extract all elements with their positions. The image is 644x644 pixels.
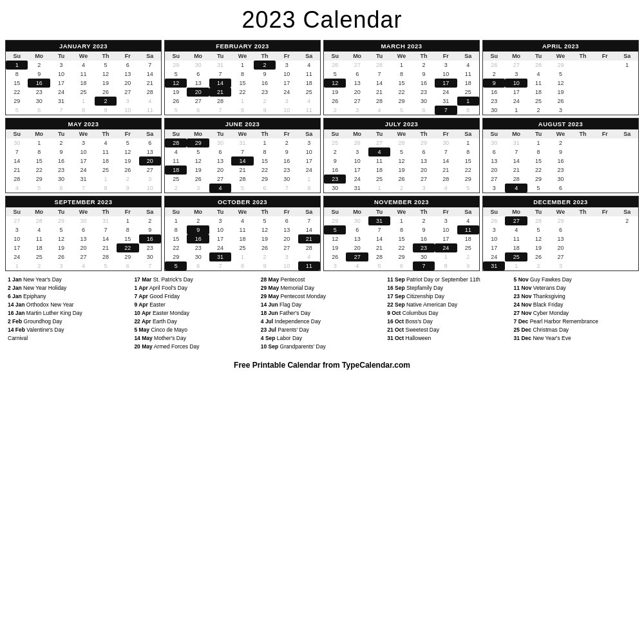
day-header: Su <box>165 129 187 138</box>
cal-day: 31 <box>95 216 117 225</box>
cal-day: 7 <box>276 184 298 193</box>
day-header: Mo <box>505 207 527 216</box>
day-header: Tu <box>527 52 549 61</box>
cal-day <box>594 252 616 261</box>
cal-day: 11 <box>95 147 117 156</box>
day-header: Sa <box>298 52 320 61</box>
cal-day: 28 <box>505 175 527 184</box>
cal-day <box>572 225 594 234</box>
cal-day: 4 <box>368 106 390 115</box>
cal-day: 3 <box>346 147 368 156</box>
cal-day <box>572 61 594 70</box>
cal-day: 30 <box>483 106 505 115</box>
cal-day: 21 <box>298 234 320 243</box>
holiday-item: 2 Jan New Year Holiday <box>8 285 130 292</box>
cal-day: 4 <box>165 147 187 156</box>
day-header: Sa <box>457 52 479 61</box>
day-header: Su <box>6 52 28 61</box>
cal-day: 8 <box>231 70 253 79</box>
cal-day: 29 <box>390 97 412 106</box>
cal-day <box>616 184 638 193</box>
cal-day: 16 <box>254 79 276 88</box>
cal-day: 26 <box>254 243 276 252</box>
cal-day: 24 <box>72 166 94 175</box>
holiday-item: 27 Nov Cyber Monday <box>514 310 636 317</box>
cal-day: 22 <box>28 166 50 175</box>
cal-day: 12 <box>324 79 346 88</box>
cal-day: 20 <box>139 156 161 166</box>
holiday-item: 5 May Cinco de Mayo <box>134 327 256 334</box>
cal-day: 11 <box>298 261 320 270</box>
cal-day <box>572 97 594 106</box>
cal-day: 5 <box>231 184 253 193</box>
holiday-item: 10 Apr Easter Monday <box>134 310 256 317</box>
cal-day: 28 <box>209 97 231 106</box>
cal-day: 3 <box>413 184 435 193</box>
cal-day: 3 <box>50 261 72 270</box>
cal-day: 1 <box>231 61 253 70</box>
cal-day <box>594 70 616 79</box>
day-header: Fr <box>117 207 138 216</box>
cal-day: 9 <box>139 225 161 234</box>
cal-day <box>616 97 638 106</box>
cal-day: 11 <box>165 156 187 166</box>
cal-day: 21 <box>139 79 161 88</box>
day-header: Mo <box>505 52 527 61</box>
cal-day: 7 <box>505 147 527 156</box>
holiday-item: 9 Oct Columbus Day <box>387 310 509 317</box>
cal-day: 15 <box>457 156 479 166</box>
cal-day: 21 <box>6 166 28 175</box>
cal-day: 21 <box>95 243 117 252</box>
cal-day: 5 <box>117 138 138 147</box>
cal-day: 11 <box>527 79 549 88</box>
cal-day: 23 <box>28 88 50 97</box>
cal-day: 22 <box>6 88 28 97</box>
cal-day <box>594 79 616 88</box>
cal-day: 8 <box>457 147 479 156</box>
cal-day <box>594 97 616 106</box>
day-header: We <box>231 207 253 216</box>
cal-day <box>572 175 594 184</box>
cal-day: 13 <box>346 234 368 243</box>
cal-day: 30 <box>6 138 28 147</box>
cal-day <box>594 184 616 193</box>
cal-day: 7 <box>231 147 253 156</box>
cal-day: 4 <box>298 61 320 70</box>
day-header: Fr <box>117 129 138 138</box>
cal-day: 29 <box>165 252 187 261</box>
cal-day: 2 <box>457 252 479 261</box>
cal-day: 24 <box>346 175 368 184</box>
cal-day: 28 <box>28 216 50 225</box>
cal-day: 20 <box>209 166 231 175</box>
cal-day: 21 <box>368 243 390 252</box>
cal-day: 5 <box>549 70 571 79</box>
month-may: MAY 2023 Su Mo Tu We Th Fr Sa 30 1 2 <box>5 118 162 193</box>
cal-day <box>594 175 616 184</box>
cal-day: 11 <box>298 70 320 79</box>
day-header: Sa <box>139 52 161 61</box>
cal-day: 30 <box>209 138 231 147</box>
cal-day: 11 <box>231 225 253 234</box>
cal-day: 28 <box>165 138 187 147</box>
cal-day: 13 <box>209 156 231 166</box>
cal-day: 4 <box>505 184 527 193</box>
cal-day: 7 <box>209 261 231 270</box>
cal-day: 26 <box>483 216 505 225</box>
cal-day: 3 <box>276 252 298 261</box>
cal-day: 13 <box>139 147 161 156</box>
cal-day: 9 <box>95 106 117 115</box>
cal-day: 22 <box>390 243 412 252</box>
cal-day: 15 <box>390 234 412 243</box>
cal-day: 10 <box>72 147 94 156</box>
cal-day: 28 <box>368 61 390 70</box>
cal-day: 28 <box>6 175 28 184</box>
cal-day: 9 <box>413 225 435 234</box>
cal-day: 9 <box>276 147 298 156</box>
cal-day: 3 <box>324 261 346 270</box>
cal-day: 7 <box>368 225 390 234</box>
cal-day: 15 <box>390 79 412 88</box>
cal-day: 21 <box>368 88 390 97</box>
cal-day: 3 <box>6 225 28 234</box>
cal-day <box>616 166 638 175</box>
day-header: Sa <box>298 207 320 216</box>
